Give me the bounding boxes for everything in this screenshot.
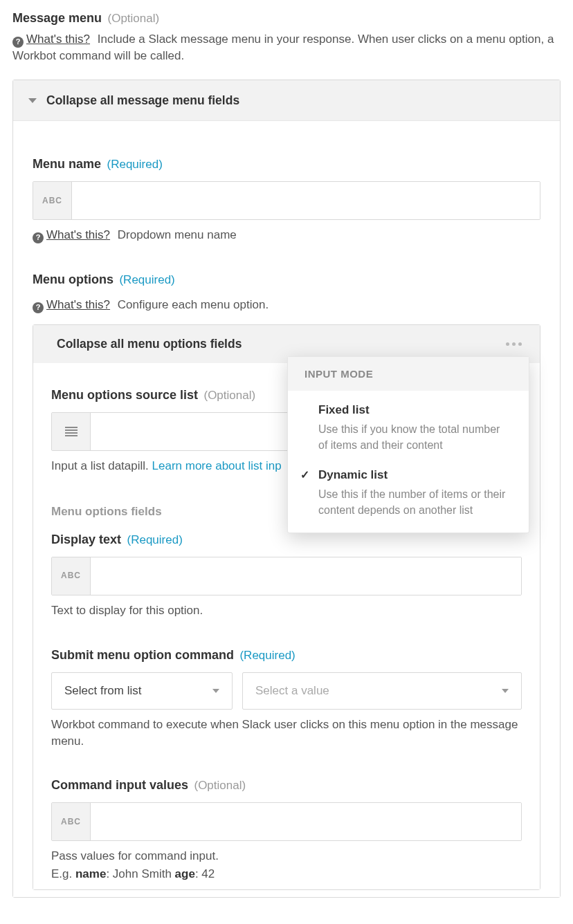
message-menu-title: Message menu — [12, 11, 102, 25]
text-type-icon: ABC — [52, 557, 91, 595]
eg-name-label: name — [75, 867, 106, 880]
menu-options-field: Menu options (Required) ?What's this? Co… — [33, 271, 540, 890]
menu-name-input[interactable] — [72, 182, 540, 219]
message-menu-help-row: ?What's this? Include a Slack message me… — [12, 31, 561, 64]
message-menu-card: Collapse all message menu fields Menu na… — [12, 80, 561, 898]
select-from-list-label: Select from list — [64, 683, 141, 699]
chevron-down-icon — [212, 689, 219, 693]
learn-more-link[interactable]: Learn more about list inp — [152, 459, 282, 472]
display-text-badge: (Required) — [127, 533, 183, 546]
command-input-help1: Pass values for command input. — [51, 848, 522, 865]
list-type-icon — [52, 413, 91, 450]
submit-command-help: Workbot command to execute when Slack us… — [51, 717, 522, 750]
input-mode-dynamic-list[interactable]: Dynamic list Use this if the number of i… — [288, 456, 529, 521]
chevron-down-icon — [28, 98, 37, 103]
whats-this-link[interactable]: What's this? — [26, 33, 90, 46]
command-input-input[interactable] — [91, 803, 521, 840]
source-list-label: Menu options source list — [51, 388, 198, 402]
display-text-field: Display text (Required) ABC Text to disp… — [51, 531, 522, 619]
svg-rect-2 — [65, 432, 78, 434]
message-menu-desc: Include a Slack message menu in your res… — [12, 33, 554, 62]
svg-rect-0 — [65, 427, 78, 428]
submit-command-badge: (Required) — [239, 649, 295, 662]
whats-this-link[interactable]: What's this? — [46, 298, 110, 311]
command-input-eg: E.g. — [51, 867, 75, 880]
select-value-dropdown[interactable]: Select a value — [242, 672, 522, 710]
message-menu-header: Message menu (Optional) — [12, 10, 561, 27]
menu-name-badge: (Required) — [107, 158, 162, 171]
command-input-label: Command input values — [51, 778, 188, 792]
collapse-all-label: Collapse all message menu fields — [46, 92, 239, 109]
popover-header: INPUT MODE — [288, 357, 529, 391]
dynamic-list-desc: Use this if the number of items or their… — [318, 486, 512, 518]
help-icon: ? — [12, 37, 24, 48]
display-text-help: Text to display for this option. — [51, 602, 522, 619]
fixed-list-title: Fixed list — [318, 402, 512, 418]
source-list-help-prefix: Input a list datapill. — [51, 459, 152, 472]
menu-name-label: Menu name — [33, 157, 101, 171]
source-list-badge: (Optional) — [203, 389, 255, 402]
command-input-badge: (Optional) — [194, 779, 246, 792]
submit-command-label: Submit menu option command — [51, 648, 234, 662]
select-value-placeholder: Select a value — [255, 683, 329, 699]
whats-this-link[interactable]: What's this? — [46, 228, 110, 241]
chevron-down-icon — [502, 689, 509, 693]
menu-name-help: Dropdown menu name — [118, 228, 237, 241]
svg-rect-1 — [65, 429, 78, 431]
eg-name-val: John Smith — [113, 867, 175, 880]
collapse-all-message-menu[interactable]: Collapse all message menu fields — [13, 80, 560, 122]
eg-age-val: 42 — [201, 867, 215, 880]
menu-name-field: Menu name (Required) ABC ?What's this? D… — [33, 156, 540, 243]
display-text-input-row: ABC — [51, 557, 522, 595]
help-icon: ? — [33, 302, 44, 313]
command-input-field: Command input values (Optional) ABC Pass… — [51, 777, 522, 883]
collapse-inner-label: Collapse all menu options fields — [57, 335, 242, 353]
submit-command-field: Submit menu option command (Required) Se… — [51, 647, 522, 750]
more-options-button[interactable] — [502, 338, 526, 350]
input-mode-fixed-list[interactable]: Fixed list Use this if you know the tota… — [288, 391, 529, 456]
command-input-row: ABC — [51, 802, 522, 841]
text-type-icon: ABC — [33, 182, 72, 219]
text-type-icon: ABC — [52, 803, 91, 840]
display-text-label: Display text — [51, 533, 121, 546]
menu-options-badge: (Required) — [119, 273, 174, 286]
help-icon: ? — [33, 232, 44, 243]
menu-options-label: Menu options — [33, 272, 113, 286]
display-text-input[interactable] — [91, 557, 521, 595]
eg-age-label: age — [175, 867, 195, 880]
menu-options-help: Configure each menu option. — [118, 298, 269, 311]
fixed-list-desc: Use this if you know the total number of… — [318, 421, 512, 453]
svg-rect-3 — [65, 435, 78, 436]
message-menu-badge: (Optional) — [108, 12, 160, 25]
menu-name-input-row: ABC — [33, 181, 540, 220]
select-from-list-dropdown[interactable]: Select from list — [51, 672, 233, 710]
input-mode-popover: INPUT MODE Fixed list Use this if you kn… — [287, 356, 529, 533]
dynamic-list-title: Dynamic list — [318, 467, 512, 483]
